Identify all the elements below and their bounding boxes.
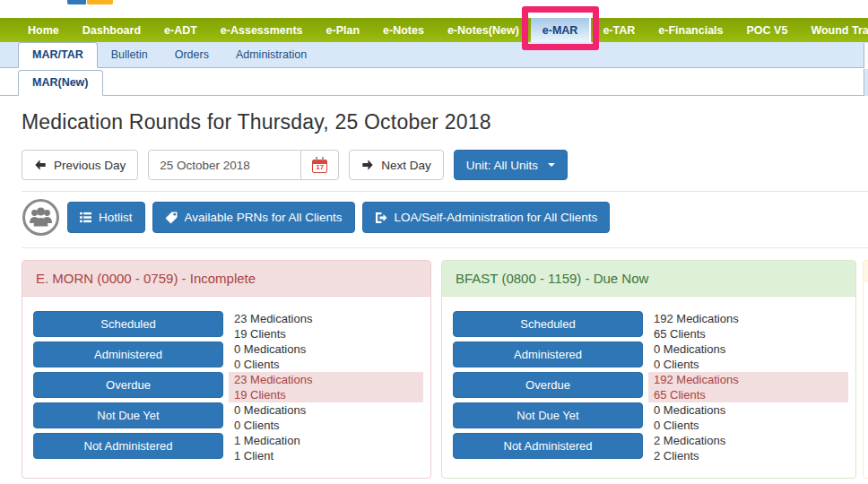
tab-mar-new[interactable]: MAR(New) <box>18 70 103 96</box>
count-cell: 1 Medication 1 Client <box>229 433 423 463</box>
panel-row-not-due-yet: Not Due Yet 0 Medications 0 Clients <box>453 402 848 433</box>
medications-count: 192 Medications <box>654 311 848 326</box>
arrow-right-icon <box>361 159 374 171</box>
tag-icon <box>165 212 178 224</box>
divider <box>22 191 868 192</box>
panel-title <box>864 261 868 281</box>
not-due-yet-button[interactable]: Not Due Yet <box>453 402 643 428</box>
caret-down-icon <box>548 163 555 167</box>
panel-row-not-administered: Not Administered 2 Medications 2 Clients <box>453 433 848 463</box>
medications-count: 0 Medications <box>654 402 848 418</box>
medications-count: 1 Medication <box>234 433 423 448</box>
count-cell: 0 Medications 0 Clients <box>648 402 848 433</box>
next-day-label: Next Day <box>381 159 431 172</box>
date-input[interactable] <box>148 150 301 180</box>
date-toolbar: Previous Day 17 Next Day Unit: All Units <box>22 150 868 180</box>
app-logo-fragment-orange <box>87 0 113 4</box>
overdue-button[interactable]: Overdue <box>33 372 223 398</box>
panel-row-scheduled: Scheduled 192 Medications 65 Clients <box>453 311 848 341</box>
panel-body: Scheduled 192 Medications 65 Clients Adm… <box>442 297 855 478</box>
count-cell-overdue: 192 Medications 65 Clients <box>648 372 848 402</box>
overdue-button[interactable]: Overdue <box>453 372 643 398</box>
divider <box>22 247 868 248</box>
previous-day-button[interactable]: Previous Day <box>22 150 138 180</box>
available-prns-label: Available PRNs for All Clients <box>185 211 343 224</box>
hotlist-button[interactable]: Hotlist <box>67 202 145 233</box>
tab-bar-sub: MAR(New) <box>0 68 868 96</box>
list-icon <box>80 212 91 223</box>
loa-self-admin-button[interactable]: LOA/Self-Administration for All Clients <box>362 202 611 233</box>
viewport-edge-artifact-bottom <box>864 69 868 96</box>
panel-row-administered: Administered 0 Medications 0 Clients <box>33 341 423 372</box>
not-due-yet-button[interactable]: Not Due Yet <box>33 402 223 428</box>
tab-bar-module: MAR/TAR Bulletin Orders Administration <box>0 42 868 68</box>
not-administered-button[interactable]: Not Administered <box>33 433 223 459</box>
panel-row-not-due-yet: Not Due Yet 0 Medications 0 Clients <box>33 402 423 433</box>
clients-count: 19 Clients <box>234 326 423 341</box>
date-picker-group: 17 <box>148 150 339 180</box>
panel-body: Scheduled 23 Medications 19 Clients Admi… <box>22 297 430 478</box>
nav-item-poc-v5[interactable]: POC V5 <box>735 18 800 42</box>
panel-row-overdue: Overdue 23 Medications 19 Clients <box>33 372 423 402</box>
clients-count: 1 Client <box>234 448 423 463</box>
round-panel-e-morn: E. MORN (0000 - 0759) - Incomplete Sched… <box>22 260 431 479</box>
count-cell: 23 Medications 19 Clients <box>229 311 423 341</box>
clients-count: 0 Clients <box>654 357 848 372</box>
count-cell: 0 Medications 0 Clients <box>648 341 848 372</box>
count-cell: 0 Medications 0 Clients <box>229 341 423 372</box>
tab-orders[interactable]: Orders <box>161 43 222 67</box>
medications-count: 0 Medications <box>234 402 423 418</box>
calendar-icon: 17 <box>312 160 327 173</box>
nav-item-e-financials[interactable]: e-Financials <box>647 18 734 42</box>
unit-filter-label: Unit: All Units <box>466 159 538 172</box>
clients-count: 2 Clients <box>654 448 848 463</box>
clients-count: 0 Clients <box>234 357 423 372</box>
not-administered-button[interactable]: Not Administered <box>453 433 643 459</box>
clients-count: 19 Clients <box>234 387 423 402</box>
medications-count: 192 Medications <box>654 372 848 387</box>
nav-item-dashboard[interactable]: Dashboard <box>71 18 152 42</box>
loa-self-admin-label: LOA/Self-Administration for All Clients <box>395 211 598 224</box>
hotlist-label: Hotlist <box>99 211 133 224</box>
medications-count: 0 Medications <box>654 341 848 357</box>
nav-item-e-notes-new[interactable]: e-Notes(New) <box>436 18 531 42</box>
nav-item-e-tar[interactable]: e-TAR <box>591 18 647 42</box>
panel-row-overdue: Overdue 192 Medications 65 Clients <box>453 372 848 402</box>
nav-item-e-mar-label: e-MAR <box>542 24 578 37</box>
administered-button[interactable]: Administered <box>453 341 643 367</box>
panel-body <box>864 281 868 310</box>
round-panel-bfast: BFAST (0800 - 1159) - Due Now Scheduled … <box>441 260 856 479</box>
action-row: Hotlist Available PRNs for All Clients L… <box>22 198 868 237</box>
sign-out-icon <box>375 212 387 224</box>
panel-row-scheduled: Scheduled 23 Medications 19 Clients <box>33 311 423 341</box>
clients-count: 0 Clients <box>234 418 423 433</box>
medications-count: 2 Medications <box>654 433 848 448</box>
panel-row-not-administered: Not Administered 1 Medication 1 Client <box>33 433 423 463</box>
next-day-button[interactable]: Next Day <box>349 150 444 180</box>
panel-title: BFAST (0800 - 1159) - Due Now <box>442 261 855 297</box>
nav-item-e-adt[interactable]: e-ADT <box>152 18 209 42</box>
tab-bulletin[interactable]: Bulletin <box>98 43 161 67</box>
available-prns-button[interactable]: Available PRNs for All Clients <box>152 202 355 233</box>
unit-filter-dropdown[interactable]: Unit: All Units <box>454 150 568 180</box>
nav-item-e-assessments[interactable]: e-Assessments <box>209 18 315 42</box>
scheduled-button[interactable]: Scheduled <box>33 311 223 337</box>
scheduled-button[interactable]: Scheduled <box>453 311 643 337</box>
app-logo-fragment-blue <box>67 0 86 4</box>
clients-group-icon[interactable] <box>22 198 60 237</box>
count-cell: 2 Medications 2 Clients <box>648 433 848 463</box>
panel-title: E. MORN (0000 - 0759) - Incomplete <box>22 261 430 297</box>
tab-mar-tar[interactable]: MAR/TAR <box>18 42 98 68</box>
nav-item-wound-tracker[interactable]: Wound Tracker <box>799 18 868 42</box>
nav-item-home[interactable]: Home <box>16 18 71 42</box>
main-content: Medication Rounds for Thursday, 25 Octob… <box>0 110 868 479</box>
nav-item-e-notes[interactable]: e-Notes <box>371 18 436 42</box>
nav-item-e-mar-active[interactable]: e-MAR <box>531 18 592 42</box>
page-title: Medication Rounds for Thursday, 25 Octob… <box>22 110 868 134</box>
tab-administration[interactable]: Administration <box>222 43 320 67</box>
administered-button[interactable]: Administered <box>33 341 223 367</box>
medications-count: 0 Medications <box>234 341 423 357</box>
nav-item-e-plan[interactable]: e-Plan <box>315 18 372 42</box>
calendar-addon[interactable]: 17 <box>301 150 339 180</box>
clients-count: 65 Clients <box>654 387 848 402</box>
